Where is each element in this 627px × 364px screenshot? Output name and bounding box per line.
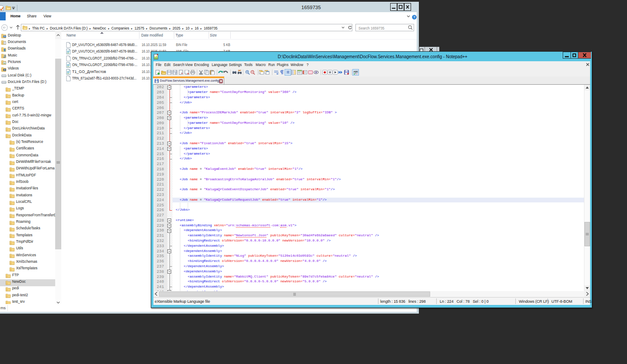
svg-text:ABC: ABC [353,70,358,73]
svg-text:?: ? [413,15,415,19]
